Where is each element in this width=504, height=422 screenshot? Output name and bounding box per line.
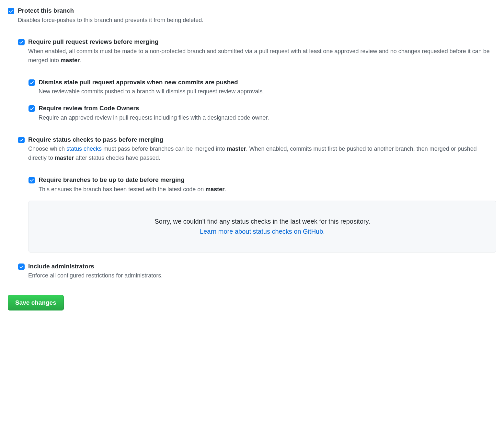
check-icon — [19, 138, 24, 142]
require-reviews-checkbox[interactable] — [18, 39, 25, 45]
check-icon — [29, 106, 34, 111]
divider — [8, 287, 496, 287]
include-admins-title: Include administrators — [28, 262, 496, 271]
up-to-date-desc: This ensures the branch has been tested … — [39, 185, 496, 194]
check-icon — [19, 40, 24, 44]
protect-branch-title: Protect this branch — [18, 6, 496, 15]
include-admins-checkbox[interactable] — [18, 264, 25, 270]
dismiss-stale-title: Dismiss stale pull request approvals whe… — [39, 78, 496, 87]
status-checks-desc: Choose which status checks must pass bef… — [28, 145, 496, 163]
check-icon — [9, 9, 13, 13]
learn-more-link[interactable]: Learn more about status checks on GitHub… — [200, 228, 325, 235]
code-owners-desc: Require an approved review in pull reque… — [39, 113, 496, 123]
status-checks-link[interactable]: status checks — [66, 146, 102, 152]
info-message: Sorry, we couldn't find any status check… — [35, 218, 489, 225]
save-changes-button[interactable]: Save changes — [8, 295, 64, 311]
protect-branch-desc: Disables force-pushes to this branch and… — [18, 16, 496, 25]
check-icon — [29, 80, 34, 85]
include-admins-desc: Enforce all configured restrictions for … — [28, 271, 496, 280]
dismiss-stale-checkbox[interactable] — [29, 79, 35, 86]
require-reviews-title: Require pull request reviews before merg… — [28, 38, 496, 46]
up-to-date-title: Require branches to be up to date before… — [39, 176, 496, 184]
require-reviews-desc: When enabled, all commits must be made t… — [28, 47, 496, 65]
check-icon — [19, 264, 24, 269]
status-checks-checkbox[interactable] — [18, 137, 25, 143]
dismiss-stale-desc: New reviewable commits pushed to a branc… — [39, 87, 496, 96]
code-owners-checkbox[interactable] — [29, 105, 35, 112]
check-icon — [29, 178, 34, 182]
code-owners-title: Require review from Code Owners — [39, 104, 496, 113]
protect-branch-checkbox[interactable] — [8, 8, 14, 14]
status-checks-info-box: Sorry, we couldn't find any status check… — [29, 201, 496, 252]
up-to-date-checkbox[interactable] — [29, 177, 35, 183]
status-checks-title: Require status checks to pass before mer… — [28, 135, 496, 144]
